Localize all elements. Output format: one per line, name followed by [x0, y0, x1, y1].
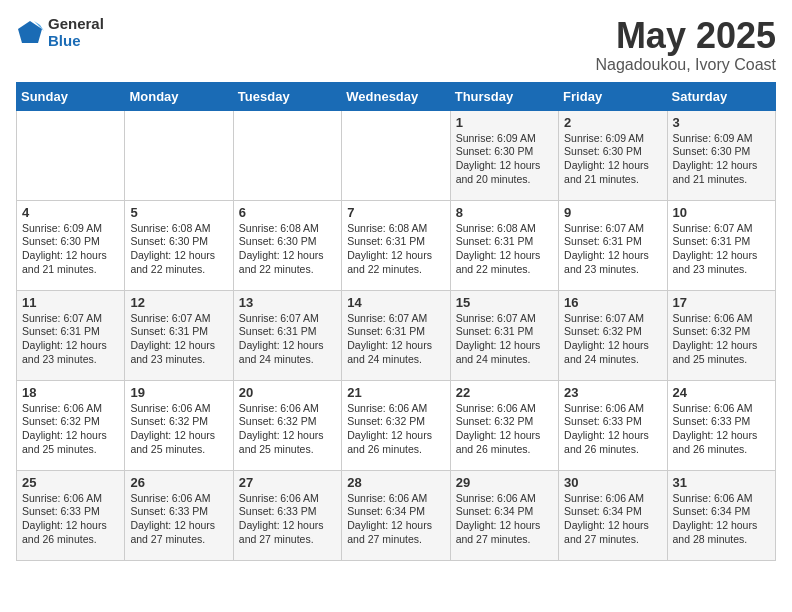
cell-line: and 25 minutes.	[673, 353, 770, 367]
calendar-cell: 24Sunrise: 6:06 AMSunset: 6:33 PMDayligh…	[667, 380, 775, 470]
cell-line: Sunrise: 6:06 AM	[347, 492, 444, 506]
calendar-header-row: SundayMondayTuesdayWednesdayThursdayFrid…	[17, 82, 776, 110]
cell-line: Sunrise: 6:07 AM	[456, 312, 553, 326]
cell-line: Daylight: 12 hours	[22, 339, 119, 353]
cell-line: Sunrise: 6:06 AM	[564, 492, 661, 506]
cell-line: Daylight: 12 hours	[22, 519, 119, 533]
cell-line: Sunset: 6:30 PM	[130, 235, 227, 249]
cell-line: Sunset: 6:30 PM	[456, 145, 553, 159]
logo-blue: Blue	[48, 33, 104, 50]
day-number: 5	[130, 205, 227, 220]
cell-line: Sunrise: 6:09 AM	[456, 132, 553, 146]
cell-line: Sunset: 6:32 PM	[564, 325, 661, 339]
location: Nagadoukou, Ivory Coast	[595, 56, 776, 74]
calendar-cell: 7Sunrise: 6:08 AMSunset: 6:31 PMDaylight…	[342, 200, 450, 290]
day-number: 8	[456, 205, 553, 220]
cell-line: and 22 minutes.	[347, 263, 444, 277]
day-number: 27	[239, 475, 336, 490]
day-number: 23	[564, 385, 661, 400]
cell-line: and 26 minutes.	[22, 533, 119, 547]
cell-line: Daylight: 12 hours	[347, 339, 444, 353]
cell-line: Daylight: 12 hours	[673, 339, 770, 353]
cell-line: Sunset: 6:33 PM	[22, 505, 119, 519]
calendar-cell: 4Sunrise: 6:09 AMSunset: 6:30 PMDaylight…	[17, 200, 125, 290]
cell-line: Sunrise: 6:06 AM	[130, 402, 227, 416]
calendar-week-row: 11Sunrise: 6:07 AMSunset: 6:31 PMDayligh…	[17, 290, 776, 380]
cell-line: Sunset: 6:30 PM	[22, 235, 119, 249]
calendar-cell: 5Sunrise: 6:08 AMSunset: 6:30 PMDaylight…	[125, 200, 233, 290]
day-header-thursday: Thursday	[450, 82, 558, 110]
month-title: May 2025	[595, 16, 776, 56]
logo: General Blue	[16, 16, 104, 49]
cell-line: Sunrise: 6:09 AM	[564, 132, 661, 146]
calendar-cell: 19Sunrise: 6:06 AMSunset: 6:32 PMDayligh…	[125, 380, 233, 470]
cell-line: Sunrise: 6:06 AM	[22, 492, 119, 506]
day-number: 26	[130, 475, 227, 490]
calendar-cell: 14Sunrise: 6:07 AMSunset: 6:31 PMDayligh…	[342, 290, 450, 380]
calendar-week-row: 25Sunrise: 6:06 AMSunset: 6:33 PMDayligh…	[17, 470, 776, 560]
day-number: 17	[673, 295, 770, 310]
day-number: 1	[456, 115, 553, 130]
calendar-cell: 6Sunrise: 6:08 AMSunset: 6:30 PMDaylight…	[233, 200, 341, 290]
cell-line: and 22 minutes.	[130, 263, 227, 277]
cell-line: Sunrise: 6:06 AM	[673, 312, 770, 326]
calendar-cell: 26Sunrise: 6:06 AMSunset: 6:33 PMDayligh…	[125, 470, 233, 560]
day-number: 30	[564, 475, 661, 490]
cell-line: Daylight: 12 hours	[130, 519, 227, 533]
cell-line: Sunset: 6:31 PM	[347, 325, 444, 339]
cell-line: Sunset: 6:33 PM	[239, 505, 336, 519]
day-number: 25	[22, 475, 119, 490]
cell-line: Daylight: 12 hours	[673, 249, 770, 263]
calendar-cell	[342, 110, 450, 200]
day-number: 28	[347, 475, 444, 490]
day-header-sunday: Sunday	[17, 82, 125, 110]
calendar-cell: 2Sunrise: 6:09 AMSunset: 6:30 PMDaylight…	[559, 110, 667, 200]
cell-line: and 23 minutes.	[130, 353, 227, 367]
day-number: 3	[673, 115, 770, 130]
cell-line: and 26 minutes.	[347, 443, 444, 457]
cell-line: Daylight: 12 hours	[130, 429, 227, 443]
cell-line: Sunrise: 6:07 AM	[239, 312, 336, 326]
cell-line: and 26 minutes.	[673, 443, 770, 457]
cell-line: Daylight: 12 hours	[564, 519, 661, 533]
cell-line: and 25 minutes.	[239, 443, 336, 457]
cell-line: Daylight: 12 hours	[673, 429, 770, 443]
calendar-cell: 25Sunrise: 6:06 AMSunset: 6:33 PMDayligh…	[17, 470, 125, 560]
day-number: 2	[564, 115, 661, 130]
cell-line: and 28 minutes.	[673, 533, 770, 547]
calendar-cell: 10Sunrise: 6:07 AMSunset: 6:31 PMDayligh…	[667, 200, 775, 290]
cell-line: Sunrise: 6:09 AM	[22, 222, 119, 236]
cell-line: and 23 minutes.	[22, 353, 119, 367]
cell-line: and 27 minutes.	[347, 533, 444, 547]
cell-line: Daylight: 12 hours	[239, 339, 336, 353]
day-number: 6	[239, 205, 336, 220]
cell-line: Sunrise: 6:09 AM	[673, 132, 770, 146]
calendar-cell	[17, 110, 125, 200]
cell-line: and 21 minutes.	[564, 173, 661, 187]
cell-line: Sunrise: 6:06 AM	[456, 402, 553, 416]
day-number: 18	[22, 385, 119, 400]
cell-line: Daylight: 12 hours	[564, 429, 661, 443]
title-area: May 2025 Nagadoukou, Ivory Coast	[595, 16, 776, 74]
day-number: 22	[456, 385, 553, 400]
calendar-table: SundayMondayTuesdayWednesdayThursdayFrid…	[16, 82, 776, 561]
cell-line: Sunset: 6:33 PM	[130, 505, 227, 519]
cell-line: Sunrise: 6:07 AM	[130, 312, 227, 326]
cell-line: and 24 minutes.	[456, 353, 553, 367]
cell-line: Daylight: 12 hours	[347, 429, 444, 443]
day-number: 19	[130, 385, 227, 400]
logo-icon	[16, 19, 44, 47]
calendar-cell: 27Sunrise: 6:06 AMSunset: 6:33 PMDayligh…	[233, 470, 341, 560]
cell-line: Sunrise: 6:07 AM	[673, 222, 770, 236]
cell-line: Sunrise: 6:07 AM	[564, 312, 661, 326]
cell-line: Sunset: 6:34 PM	[347, 505, 444, 519]
cell-line: Daylight: 12 hours	[22, 249, 119, 263]
cell-line: Sunrise: 6:08 AM	[347, 222, 444, 236]
cell-line: and 23 minutes.	[564, 263, 661, 277]
cell-line: Sunset: 6:34 PM	[456, 505, 553, 519]
calendar-week-row: 18Sunrise: 6:06 AMSunset: 6:32 PMDayligh…	[17, 380, 776, 470]
cell-line: Sunset: 6:32 PM	[673, 325, 770, 339]
cell-line: Sunrise: 6:06 AM	[239, 492, 336, 506]
day-number: 21	[347, 385, 444, 400]
calendar-cell: 17Sunrise: 6:06 AMSunset: 6:32 PMDayligh…	[667, 290, 775, 380]
